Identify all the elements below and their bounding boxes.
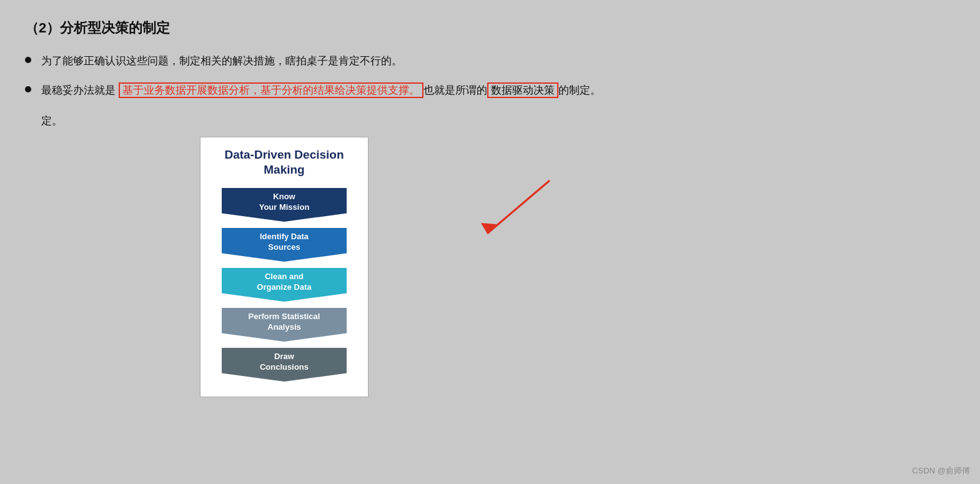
diagram-wrapper: Data-Driven Decision Making KnowYour Mis… <box>25 137 955 397</box>
bullet-dot-2 <box>25 86 31 92</box>
step-2: Identify DataSources <box>222 228 347 262</box>
step-1: KnowYour Mission <box>222 188 347 222</box>
step-1-shape: KnowYour Mission <box>222 188 347 222</box>
step-3-label: Clean andOrganize Data <box>257 272 311 298</box>
step-5-label: DrawConclusions <box>260 352 309 378</box>
bullet-list: 为了能够正确认识这些问题，制定相关的解决措施，瞎拍桌子是肯定不行的。 最稳妥办法… <box>25 52 955 100</box>
diagram-title: Data-Driven Decision Making <box>209 147 359 178</box>
bullet2-middle: 也就是所谓的 <box>423 84 487 96</box>
bullet2-underlined: 数据驱动决策 <box>487 82 558 98</box>
step-1-label: KnowYour Mission <box>259 192 310 218</box>
arrow-annotation <box>450 174 575 249</box>
step-3: Clean andOrganize Data <box>222 268 347 302</box>
step-2-shape: Identify DataSources <box>222 228 347 262</box>
list-item-2: 最稳妥办法就是 基于业务数据开展数据分析，基于分析的结果给决策提供支撑。也就是所… <box>25 82 955 100</box>
step-4: Perform StatisticalAnalysis <box>222 308 347 342</box>
step-4-shape: Perform StatisticalAnalysis <box>222 308 347 342</box>
step-4-label: Perform StatisticalAnalysis <box>249 312 320 338</box>
step-5: DrawConclusions <box>222 348 347 382</box>
bullet2-prefix: 最稳妥办法就是 <box>41 84 119 96</box>
page-container: （2）分析型决策的制定 为了能够正确认识这些问题，制定相关的解决措施，瞎拍桌子是… <box>0 0 980 416</box>
watermark: CSDN @俞师傅 <box>912 465 970 477</box>
bullet2-suffix: 的制定。 <box>558 84 601 96</box>
bullet-text-1: 为了能够正确认识这些问题，制定相关的解决措施，瞎拍桌子是肯定不行的。 <box>41 52 402 71</box>
step-3-shape: Clean andOrganize Data <box>222 268 347 302</box>
step-2-label: Identify DataSources <box>260 232 309 258</box>
diagram-card: Data-Driven Decision Making KnowYour Mis… <box>200 137 369 397</box>
list-item-1: 为了能够正确认识这些问题，制定相关的解决措施，瞎拍桌子是肯定不行的。 <box>25 52 955 71</box>
section-title: （2）分析型决策的制定 <box>25 19 955 37</box>
second-line-text: 定。 <box>41 112 955 131</box>
red-arrow-svg <box>450 174 575 249</box>
bullet-dot-1 <box>25 57 31 63</box>
svg-line-0 <box>487 180 550 234</box>
bullet2-highlighted: 基于业务数据开展数据分析，基于分析的结果给决策提供支撑。 <box>119 82 423 98</box>
step-5-shape: DrawConclusions <box>222 348 347 382</box>
